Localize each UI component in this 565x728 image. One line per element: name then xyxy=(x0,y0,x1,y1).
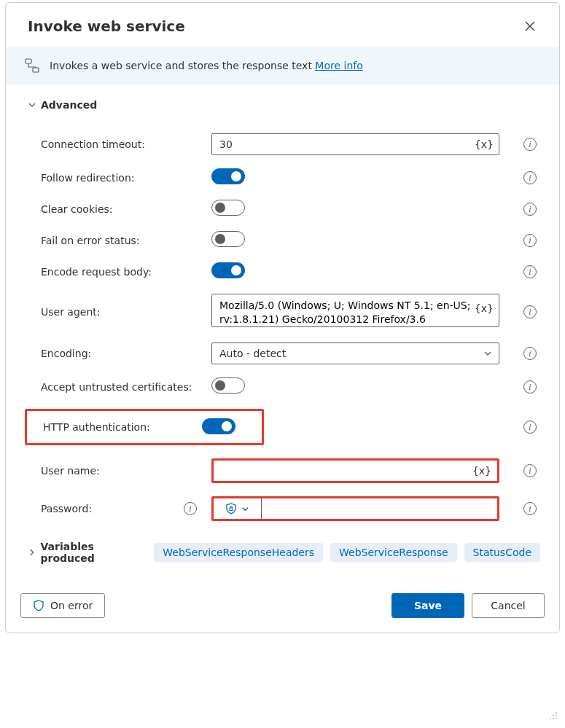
resize-grip-icon[interactable] xyxy=(549,711,558,722)
follow-redirection-toggle[interactable] xyxy=(211,168,245,184)
accept-untrusted-label: Accept untrusted certificates: xyxy=(41,381,192,393)
svg-point-3 xyxy=(556,712,557,713)
username-input[interactable] xyxy=(214,461,497,481)
advanced-label: Advanced xyxy=(41,99,97,111)
info-icon[interactable] xyxy=(523,420,537,434)
info-icon[interactable] xyxy=(523,347,537,360)
encode-body-label: Encode request body: xyxy=(41,266,152,278)
info-icon[interactable] xyxy=(523,171,537,184)
row-username: User name: {x} xyxy=(28,452,540,490)
on-error-button[interactable]: On error xyxy=(20,593,105,618)
variable-token-button[interactable]: {x} xyxy=(472,465,491,477)
dialog-footer: On error Save Cancel xyxy=(6,582,559,633)
fail-on-error-label: Fail on error status: xyxy=(41,235,140,246)
row-http-authentication: HTTP authentication: xyxy=(28,402,540,452)
password-input[interactable] xyxy=(262,498,497,519)
svg-rect-2 xyxy=(230,508,233,511)
password-label: Password: xyxy=(41,503,92,514)
info-icon[interactable] xyxy=(523,464,537,477)
row-fail-on-error: Fail on error status: xyxy=(28,224,540,256)
svg-point-4 xyxy=(553,715,554,716)
dialog-title: Invoke web service xyxy=(28,17,185,35)
connection-timeout-input[interactable] xyxy=(211,133,499,155)
connection-timeout-label: Connection timeout: xyxy=(41,138,145,150)
info-icon[interactable] xyxy=(523,305,537,318)
follow-redirection-label: Follow redirection: xyxy=(41,172,135,184)
row-encoding: Encoding: Auto - detect xyxy=(28,336,540,371)
password-secure-dropdown[interactable] xyxy=(214,498,262,519)
fail-on-error-toggle[interactable] xyxy=(211,231,245,247)
encoding-label: Encoding: xyxy=(41,348,91,359)
variable-pill[interactable]: WebServiceResponse xyxy=(330,543,457,562)
chevron-down-icon xyxy=(241,505,249,513)
svg-rect-0 xyxy=(26,59,31,63)
http-authentication-label: HTTP authentication: xyxy=(43,421,150,433)
info-icon[interactable] xyxy=(523,203,537,216)
close-icon xyxy=(525,21,535,31)
cancel-button[interactable]: Cancel xyxy=(472,593,545,618)
row-encode-body: Encode request body: xyxy=(28,256,540,287)
encode-body-toggle[interactable] xyxy=(211,262,245,278)
save-button[interactable]: Save xyxy=(391,593,464,618)
row-accept-untrusted: Accept untrusted certificates: xyxy=(28,371,540,402)
advanced-section-toggle[interactable]: Advanced xyxy=(28,99,540,111)
shield-icon xyxy=(33,600,44,611)
clear-cookies-toggle[interactable] xyxy=(211,200,245,216)
accept-untrusted-toggle[interactable] xyxy=(211,377,245,394)
chevron-down-icon xyxy=(28,101,36,109)
chevron-right-icon xyxy=(28,548,36,557)
user-agent-label: User agent: xyxy=(41,306,101,318)
variable-token-button[interactable]: {x} xyxy=(475,302,494,314)
variable-token-button[interactable]: {x} xyxy=(475,138,494,150)
info-icon[interactable] xyxy=(523,138,537,151)
info-icon[interactable] xyxy=(523,502,537,515)
variables-produced-toggle[interactable]: Variables produced xyxy=(28,541,147,564)
close-button[interactable] xyxy=(520,16,540,36)
variable-pill[interactable]: WebServiceResponseHeaders xyxy=(154,543,323,562)
info-banner: Invokes a web service and stores the res… xyxy=(6,47,559,85)
row-user-agent: User agent: {x} xyxy=(28,287,540,336)
info-icon[interactable] xyxy=(184,502,197,515)
info-icon[interactable] xyxy=(523,265,537,278)
row-variables-produced: Variables produced WebServiceResponseHea… xyxy=(28,528,540,582)
variable-pill[interactable]: StatusCode xyxy=(464,543,540,562)
svg-point-7 xyxy=(553,718,554,719)
info-icon[interactable] xyxy=(523,234,537,247)
dialog-header: Invoke web service xyxy=(6,3,559,47)
dialog: Invoke web service Invokes a web service… xyxy=(5,2,560,633)
svg-rect-1 xyxy=(33,68,39,72)
svg-point-8 xyxy=(556,718,557,719)
row-password: Password: xyxy=(28,490,540,528)
svg-point-5 xyxy=(556,715,557,716)
banner-text: Invokes a web service and stores the res… xyxy=(50,60,363,71)
http-authentication-toggle[interactable] xyxy=(202,418,235,434)
dialog-content: Advanced Connection timeout: {x} Follow … xyxy=(6,85,559,582)
encoding-select[interactable]: Auto - detect xyxy=(211,343,499,364)
row-connection-timeout: Connection timeout: {x} xyxy=(28,127,540,162)
info-icon[interactable] xyxy=(523,380,537,394)
user-agent-input[interactable] xyxy=(211,294,499,327)
row-clear-cookies: Clear cookies: xyxy=(28,193,540,224)
shield-lock-icon xyxy=(225,503,237,514)
username-label: User name: xyxy=(41,465,100,477)
row-follow-redirection: Follow redirection: xyxy=(28,162,540,193)
more-info-link[interactable]: More info xyxy=(315,60,362,71)
clear-cookies-label: Clear cookies: xyxy=(41,203,113,215)
web-service-icon xyxy=(25,58,39,73)
svg-point-6 xyxy=(550,718,551,719)
